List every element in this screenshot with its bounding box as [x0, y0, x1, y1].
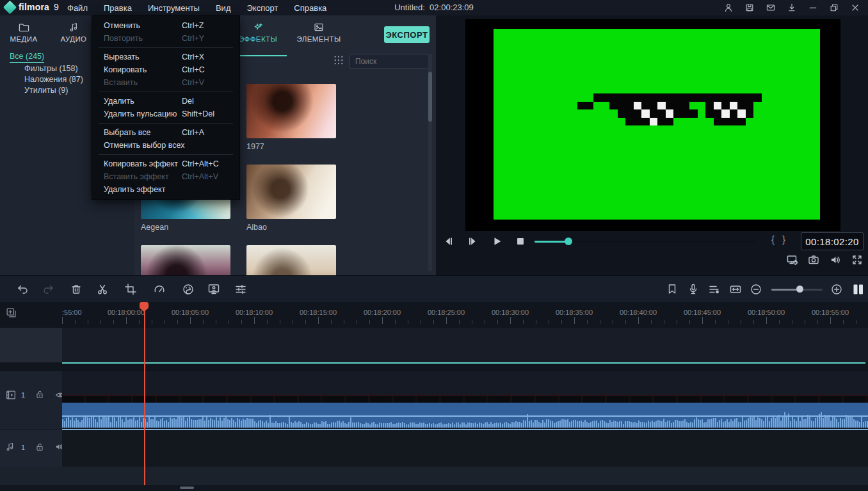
- category-4[interactable]: Утилиты (9): [24, 86, 68, 95]
- search-input[interactable]: [350, 57, 437, 66]
- tab-audio-label: АУДИО: [61, 35, 87, 43]
- category-1[interactable]: Все (245): [10, 52, 44, 63]
- effect-thumbnail[interactable]: [141, 245, 230, 275]
- preview-panel: { } 00:18:02:20: [436, 15, 868, 275]
- horizontal-scrollbar-track[interactable]: [0, 485, 868, 491]
- crop-icon[interactable]: [124, 282, 138, 296]
- video-track-number: 1: [21, 391, 25, 399]
- tab-audio[interactable]: АУДИО: [51, 22, 96, 51]
- export-button[interactable]: ЭКСПОРТ: [384, 26, 430, 43]
- edit-menu-item[interactable]: Копировать эффектCtrl+Alt+C: [92, 157, 239, 170]
- effect-thumbnail[interactable]: [246, 84, 336, 138]
- display-settings-icon[interactable]: [786, 254, 799, 266]
- ruler-label: 00:18:35:00: [556, 309, 593, 316]
- ruler-tick: [446, 317, 447, 324]
- menubar-item-5[interactable]: Экспорт: [246, 3, 278, 13]
- horizontal-scrollbar-thumb[interactable]: [180, 487, 194, 489]
- effect-thumbnail[interactable]: [246, 165, 336, 219]
- edit-menu-item[interactable]: Отменить выбор всех: [92, 139, 239, 152]
- playhead-line[interactable]: [144, 303, 145, 485]
- play-button[interactable]: [492, 236, 504, 247]
- user-account-icon[interactable]: [722, 1, 735, 14]
- audio-track-lock-icon[interactable]: [35, 442, 46, 453]
- edit-menu-item[interactable]: УдалитьDel: [92, 95, 239, 108]
- edit-menu-item[interactable]: ОтменитьCtrl+Z: [92, 19, 239, 32]
- logo-version: 9: [54, 2, 59, 12]
- color-tuning-icon[interactable]: [181, 282, 195, 296]
- audio-track-lane[interactable]: [62, 430, 868, 467]
- menubar-item-1[interactable]: Файл: [67, 3, 88, 13]
- ruler-tick: [331, 320, 332, 324]
- menubar-item-3[interactable]: Инструменты: [148, 3, 200, 13]
- ruler-label: 00:18:40:00: [620, 309, 657, 316]
- ruler-label: 00:18:30:00: [492, 309, 529, 316]
- ruler-tick: [318, 317, 319, 324]
- ruler-tick: [126, 317, 127, 324]
- edit-menu-item[interactable]: Выбрать всеCtrl+A: [92, 126, 239, 139]
- save-icon[interactable]: [743, 1, 756, 14]
- record-voiceover-icon[interactable]: [687, 282, 701, 296]
- speed-icon[interactable]: [152, 282, 166, 296]
- ruler-tick: [625, 320, 626, 324]
- timeline-zoom-handle[interactable]: [796, 286, 803, 293]
- ruler-tick: [728, 320, 728, 324]
- video-track-lock-icon[interactable]: [35, 389, 46, 401]
- next-frame-button[interactable]: [467, 236, 479, 247]
- mark-in-button[interactable]: {: [771, 234, 775, 245]
- edit-menu-item[interactable]: КопироватьCtrl+C: [92, 63, 239, 76]
- audio-track-header: 1: [0, 430, 62, 467]
- zoom-out-icon[interactable]: [749, 282, 763, 296]
- minimize-button[interactable]: [807, 1, 819, 14]
- restore-button[interactable]: [828, 1, 840, 14]
- ruler-tick: [293, 320, 293, 324]
- menubar: ФайлПравкаИнструментыВидЭкспортСправка: [67, 0, 326, 15]
- volume-icon[interactable]: [829, 254, 842, 266]
- zoom-in-icon[interactable]: [830, 282, 844, 296]
- menubar-item-4[interactable]: Вид: [216, 3, 231, 13]
- track-layout-icon[interactable]: [851, 282, 865, 296]
- effect-thumbnail[interactable]: [246, 245, 336, 275]
- ruler-tick: [779, 320, 780, 324]
- edit-menu-item[interactable]: ВырезатьCtrl+X: [92, 51, 239, 63]
- zoom-to-fit-icon[interactable]: [728, 282, 743, 296]
- empty-track-lane[interactable]: [62, 328, 868, 362]
- menubar-item-2[interactable]: Правка: [104, 3, 132, 13]
- stop-button[interactable]: [515, 236, 527, 247]
- ruler-tick: [523, 320, 524, 324]
- edit-menu-item[interactable]: Удалить эффект: [92, 183, 239, 196]
- split-scissors-icon[interactable]: [95, 282, 109, 296]
- marker-icon[interactable]: [666, 282, 680, 296]
- advanced-settings-icon[interactable]: [234, 282, 248, 296]
- fullscreen-icon[interactable]: [851, 254, 864, 266]
- menubar-item-6[interactable]: Справка: [294, 3, 326, 13]
- tab-effects-label: ЭФФЕКТЫ: [239, 35, 277, 43]
- ruler-tick: [139, 320, 140, 324]
- ruler-label: 00:18:10:00: [236, 309, 273, 316]
- ruler-tick: [113, 320, 114, 324]
- edit-dropdown-menu: ОтменитьCtrl+ZПовторитьCtrl+YВырезатьCtr…: [92, 15, 240, 200]
- edit-menu-item[interactable]: Удалить пульсациюShift+Del: [92, 108, 239, 120]
- close-button[interactable]: [849, 1, 862, 14]
- category-2[interactable]: Фильтры (158): [24, 64, 78, 73]
- redo-icon[interactable]: [42, 282, 56, 296]
- ruler-tick: [395, 320, 396, 324]
- video-clip[interactable]: [62, 395, 868, 430]
- feedback-mail-icon[interactable]: [764, 1, 777, 14]
- effects-scrollbar-thumb[interactable]: [428, 72, 432, 122]
- grid-view-icon[interactable]: [334, 55, 344, 65]
- tab-media[interactable]: МЕДИА: [1, 22, 46, 51]
- audio-mixer-icon[interactable]: [707, 282, 721, 296]
- snapshot-camera-icon[interactable]: [807, 254, 820, 266]
- mark-out-button[interactable]: }: [782, 234, 785, 245]
- green-screen-icon[interactable]: [207, 282, 221, 296]
- undo-icon[interactable]: [15, 282, 29, 296]
- seek-handle[interactable]: [565, 237, 572, 245]
- check-updates-icon[interactable]: [785, 1, 798, 14]
- category-3[interactable]: Наложения (87): [24, 75, 83, 84]
- tab-elements[interactable]: ЭЛЕМЕНТЫ: [290, 22, 348, 51]
- delete-icon[interactable]: [69, 282, 83, 296]
- ruler-label: 00:18:50:00: [748, 309, 785, 316]
- previous-frame-button[interactable]: [443, 236, 456, 247]
- ruler-tick: [485, 320, 485, 324]
- timeline-ruler[interactable]: :55:0000:18:00:0000:18:05:0000:18:10:000…: [0, 302, 868, 325]
